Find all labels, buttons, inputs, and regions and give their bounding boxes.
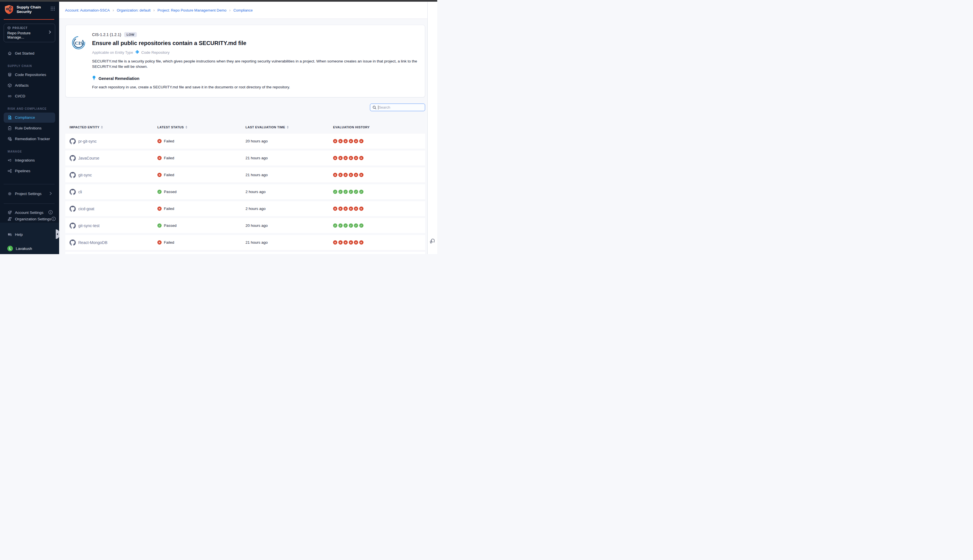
sidebar-item-integrations[interactable]: Integrations [4,155,55,165]
rule-id: CIS-1.2.1 (1.2.1) [92,32,121,37]
sidebar-item-project-settings[interactable]: Project Settings [4,191,55,197]
breadcrumb-account[interactable]: Account: Automation-SSCA [65,8,110,12]
table-row[interactable]: cicd-goat ✕ Failed 2 hours ago ✕✕✕✕✕✕ [65,201,425,216]
evaluation-history: ✕✕✕✕✕✕ [333,167,364,182]
sidebar-item-code-repositories[interactable]: Code Repositories [4,70,55,80]
history-fail-icon: ✕ [354,240,358,245]
sidebar-item-cicd[interactable]: CI/CD [4,91,55,101]
table-row[interactable]: React-MongoDB ✕ Failed 21 hours ago ✕✕✕✕… [65,235,425,250]
sidebar-item-compliance[interactable]: Compliance [4,113,55,123]
breadcrumb-compliance[interactable]: Compliance [234,8,253,12]
section-title-manage: MANAGE [8,150,55,153]
history-pass-icon: ✓ [339,223,343,228]
table-row[interactable]: JavaCourse ✕ Failed 21 hours ago ✕✕✕✕✕✕ [65,150,425,165]
sidebar-item-help[interactable]: ? Help [4,229,55,240]
breadcrumb-separator-icon [229,8,230,12]
remediation-tracker-icon [7,137,12,141]
svg-text:CIS.: CIS. [75,40,84,46]
breadcrumb-separator-icon [113,8,114,12]
app-root: Supply ChainSecurity PR [0,0,437,254]
text-caret [378,105,379,110]
sidebar-item-rule-definitions[interactable]: Rule Definitions [4,123,55,133]
table-row[interactable]: pr-git-sync ✕ Failed 20 hours ago ✕✕✕✕✕✕ [65,134,425,148]
rule-info: CIS-1.2.1 (1.2.1) LOW Ensure all public … [92,32,418,89]
rule-card: CIS. CIS-1.2.1 (1.2.1) LOW Ensure all pu… [65,25,425,97]
github-icon [70,172,76,178]
status-label: Passed [164,223,177,228]
entity-name[interactable]: cli [78,190,82,194]
entity-name[interactable]: git-sync-test [78,223,99,228]
project-selector[interactable]: PROJECT Repo Posture Manage... [4,23,55,42]
history-fail-icon: ✕ [333,207,337,211]
github-icon [70,138,76,144]
infinity-icon [7,94,12,98]
user-menu[interactable]: L Lavakush [4,243,55,253]
sidebar-item-pipelines[interactable]: Pipelines [4,166,55,176]
column-header-last-evaluation-time[interactable]: LAST EVALUATION TIME [245,124,289,130]
history-pass-icon: ✓ [344,190,348,194]
search-box[interactable] [370,103,425,111]
search-input[interactable] [379,105,422,110]
history-fail-icon: ✕ [333,156,337,160]
gear-icon [7,192,12,196]
entity-name[interactable]: cicd-goat [78,207,94,211]
sidebar-item-get-started[interactable]: Get Started [4,48,55,58]
history-fail-icon: ✕ [339,173,343,177]
history-fail-icon: ✕ [339,240,343,245]
history-fail-icon: ✕ [354,207,358,211]
applicable-label: Applicable on Entity Type [92,50,133,55]
cis-logo: CIS. [71,35,86,89]
breadcrumb-project[interactable]: Project: Repo Posture Management Demo [157,8,226,12]
table-row[interactable]: ✓ ✓✓✓✓✓✓ [65,252,425,254]
history-pass-icon: ✓ [359,190,364,194]
table-row[interactable]: git-sync ✕ Failed 21 hours ago ✕✕✕✕✕✕ [65,167,425,182]
status-label: Failed [164,139,174,143]
severity-badge: LOW [124,32,137,37]
status-label: Failed [164,173,174,177]
chevron-right-icon [48,30,52,35]
status-label: Passed [164,190,177,194]
sidebar-item-artifacts[interactable]: Artifacts [4,80,55,91]
history-fail-icon: ✕ [333,240,337,245]
breadcrumb: Account: Automation-SSCA Organization: d… [65,8,253,12]
github-icon [70,155,76,161]
table-row[interactable]: cli ✓ Passed 2 hours ago ✓✓✓✓✓✓ [65,184,425,199]
entity-name[interactable]: pr-git-sync [78,139,97,143]
sidebar-item-account-settings[interactable]: Account Settings [4,210,55,216]
sidebar-item-organization-settings[interactable]: Organization Settings [4,216,55,222]
rule-definitions-icon [7,126,12,130]
history-fail-icon: ✕ [339,139,343,143]
history-fail-icon: ✕ [333,139,337,143]
status-icon: ✕ [157,173,162,177]
section-title-supply-chain: SUPPLY CHAIN [8,65,55,68]
history-fail-icon: ✕ [344,173,348,177]
info-icon[interactable] [48,210,53,215]
github-icon [70,206,76,212]
table-body: pr-git-sync ✕ Failed 20 hours ago ✕✕✕✕✕✕… [65,134,425,254]
column-header-impacted-entity[interactable]: IMPACTED ENTITY [70,124,103,130]
sidebar-menu: Get Started SUPPLY CHAIN Code Repositori… [0,48,59,177]
history-fail-icon: ✕ [349,139,353,143]
sort-icon[interactable] [287,126,289,128]
column-header-latest-status[interactable]: LATEST STATUS [157,124,187,130]
table-row[interactable]: git-sync-test ✓ Passed 20 hours ago ✓✓✓✓… [65,218,425,233]
history-fail-icon: ✕ [354,139,358,143]
history-fail-icon: ✕ [359,207,364,211]
app-grid-icon[interactable] [50,6,55,12]
sort-icon[interactable] [101,126,103,128]
history-pass-icon: ✓ [333,190,337,194]
chat-support-icon[interactable] [429,238,436,246]
history-fail-icon: ✕ [344,240,348,245]
project-name: Repo Posture Manage... [7,31,48,39]
history-pass-icon: ✓ [349,223,353,228]
entity-name[interactable]: React-MongoDB [78,240,108,245]
evaluation-time: 2 hours ago [245,190,265,194]
sort-icon[interactable] [185,126,187,128]
sidebar-item-remediation-tracker[interactable]: Remediation Tracker [4,134,55,144]
remediation-text: For each repository in use, create a SEC… [92,85,418,89]
breadcrumb-organization[interactable]: Organization: default [117,8,150,12]
info-icon[interactable] [51,217,56,222]
entity-name[interactable]: JavaCourse [78,156,99,160]
entity-name[interactable]: git-sync [78,173,92,177]
status-icon: ✕ [157,156,162,160]
